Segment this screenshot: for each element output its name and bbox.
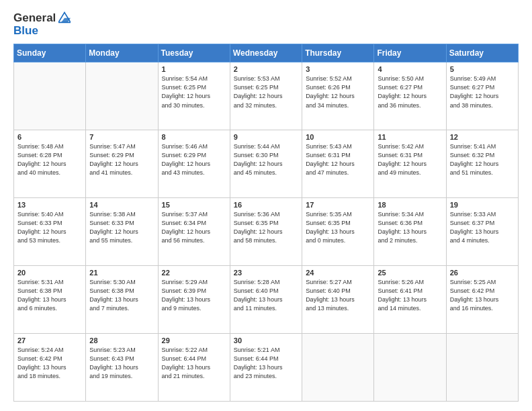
weekday-header-saturday: Saturday: [446, 44, 518, 62]
calendar-cell: 20Sunrise: 5:31 AM Sunset: 6:38 PM Dayli…: [14, 266, 86, 334]
week-row-5: 27Sunrise: 5:24 AM Sunset: 6:42 PM Dayli…: [14, 334, 519, 402]
day-info: Sunrise: 5:33 AM Sunset: 6:37 PM Dayligh…: [450, 210, 515, 245]
calendar-cell: 1Sunrise: 5:54 AM Sunset: 6:25 PM Daylig…: [158, 62, 230, 130]
day-number: 19: [450, 201, 515, 209]
week-row-2: 6Sunrise: 5:48 AM Sunset: 6:28 PM Daylig…: [14, 130, 519, 198]
logo-general-text: General: [13, 12, 56, 25]
day-number: 10: [306, 133, 370, 141]
calendar-cell: 4Sunrise: 5:50 AM Sunset: 6:27 PM Daylig…: [374, 62, 446, 130]
day-number: 13: [17, 201, 82, 209]
day-number: 21: [89, 269, 154, 277]
day-info: Sunrise: 5:30 AM Sunset: 6:38 PM Dayligh…: [89, 278, 154, 313]
calendar-cell: 23Sunrise: 5:28 AM Sunset: 6:40 PM Dayli…: [230, 266, 302, 334]
calendar-cell: 11Sunrise: 5:42 AM Sunset: 6:31 PM Dayli…: [374, 130, 446, 198]
day-info: Sunrise: 5:26 AM Sunset: 6:41 PM Dayligh…: [378, 278, 442, 313]
weekday-header-tuesday: Tuesday: [158, 44, 230, 62]
calendar-cell: 13Sunrise: 5:40 AM Sunset: 6:33 PM Dayli…: [14, 198, 86, 266]
day-info: Sunrise: 5:24 AM Sunset: 6:42 PM Dayligh…: [17, 346, 82, 381]
day-number: 25: [378, 269, 442, 277]
day-info: Sunrise: 5:38 AM Sunset: 6:33 PM Dayligh…: [89, 210, 154, 245]
calendar-cell: 10Sunrise: 5:43 AM Sunset: 6:31 PM Dayli…: [302, 130, 374, 198]
weekday-header-thursday: Thursday: [302, 44, 374, 62]
day-info: Sunrise: 5:23 AM Sunset: 6:43 PM Dayligh…: [89, 346, 154, 381]
calendar-cell: 16Sunrise: 5:36 AM Sunset: 6:35 PM Dayli…: [230, 198, 302, 266]
calendar-cell: 9Sunrise: 5:44 AM Sunset: 6:30 PM Daylig…: [230, 130, 302, 198]
weekday-header-sunday: Sunday: [14, 44, 86, 62]
calendar-cell: 29Sunrise: 5:22 AM Sunset: 6:44 PM Dayli…: [158, 334, 230, 402]
calendar-cell: 6Sunrise: 5:48 AM Sunset: 6:28 PM Daylig…: [14, 130, 86, 198]
calendar-cell: 3Sunrise: 5:52 AM Sunset: 6:26 PM Daylig…: [302, 62, 374, 130]
day-info: Sunrise: 5:47 AM Sunset: 6:29 PM Dayligh…: [89, 142, 154, 177]
weekday-header-friday: Friday: [374, 44, 446, 62]
calendar-cell: 8Sunrise: 5:46 AM Sunset: 6:29 PM Daylig…: [158, 130, 230, 198]
day-info: Sunrise: 5:49 AM Sunset: 6:27 PM Dayligh…: [450, 75, 515, 109]
calendar-cell: 26Sunrise: 5:25 AM Sunset: 6:42 PM Dayli…: [446, 266, 518, 334]
day-info: Sunrise: 5:22 AM Sunset: 6:44 PM Dayligh…: [162, 346, 226, 381]
day-info: Sunrise: 5:34 AM Sunset: 6:36 PM Dayligh…: [378, 210, 442, 245]
header: GeneralBlue: [13, 12, 519, 37]
day-info: Sunrise: 5:52 AM Sunset: 6:26 PM Dayligh…: [306, 75, 370, 109]
day-info: Sunrise: 5:27 AM Sunset: 6:40 PM Dayligh…: [306, 278, 370, 313]
calendar-cell: 27Sunrise: 5:24 AM Sunset: 6:42 PM Dayli…: [14, 334, 86, 402]
day-info: Sunrise: 5:35 AM Sunset: 6:35 PM Dayligh…: [306, 210, 370, 245]
logo: GeneralBlue: [13, 12, 71, 37]
calendar-cell: [374, 334, 446, 402]
day-info: Sunrise: 5:36 AM Sunset: 6:35 PM Dayligh…: [234, 210, 298, 245]
day-number: 3: [306, 65, 370, 73]
calendar-cell: 28Sunrise: 5:23 AM Sunset: 6:43 PM Dayli…: [86, 334, 158, 402]
day-number: 29: [162, 336, 226, 345]
calendar-cell: 17Sunrise: 5:35 AM Sunset: 6:35 PM Dayli…: [302, 198, 374, 266]
day-number: 9: [234, 133, 298, 141]
day-number: 18: [378, 201, 442, 209]
calendar-cell: [14, 62, 86, 130]
svg-marker-1: [61, 18, 71, 23]
calendar-table: SundayMondayTuesdayWednesdayThursdayFrid…: [13, 44, 519, 402]
calendar-cell: 25Sunrise: 5:26 AM Sunset: 6:41 PM Dayli…: [374, 266, 446, 334]
day-info: Sunrise: 5:37 AM Sunset: 6:34 PM Dayligh…: [162, 210, 226, 245]
week-row-4: 20Sunrise: 5:31 AM Sunset: 6:38 PM Dayli…: [14, 266, 519, 334]
day-info: Sunrise: 5:48 AM Sunset: 6:28 PM Dayligh…: [17, 142, 82, 177]
day-number: 6: [17, 133, 82, 141]
day-number: 14: [89, 201, 154, 209]
week-row-1: 1Sunrise: 5:54 AM Sunset: 6:25 PM Daylig…: [14, 62, 519, 130]
day-info: Sunrise: 5:21 AM Sunset: 6:44 PM Dayligh…: [234, 346, 298, 381]
calendar-cell: 30Sunrise: 5:21 AM Sunset: 6:44 PM Dayli…: [230, 334, 302, 402]
day-info: Sunrise: 5:28 AM Sunset: 6:40 PM Dayligh…: [234, 278, 298, 313]
week-row-3: 13Sunrise: 5:40 AM Sunset: 6:33 PM Dayli…: [14, 198, 519, 266]
page: GeneralBlue SundayMondayTuesdayWednesday…: [0, 0, 532, 411]
day-number: 24: [306, 269, 370, 277]
day-number: 8: [162, 133, 226, 141]
calendar-cell: [302, 334, 374, 402]
calendar-cell: 21Sunrise: 5:30 AM Sunset: 6:38 PM Dayli…: [86, 266, 158, 334]
logo-bird-icon: [58, 11, 71, 24]
day-number: 12: [450, 133, 515, 141]
day-number: 20: [17, 269, 82, 277]
weekday-header-monday: Monday: [86, 44, 158, 62]
day-info: Sunrise: 5:53 AM Sunset: 6:25 PM Dayligh…: [234, 75, 298, 109]
calendar-cell: 2Sunrise: 5:53 AM Sunset: 6:25 PM Daylig…: [230, 62, 302, 130]
day-number: 26: [450, 269, 515, 277]
day-number: 2: [234, 65, 298, 73]
calendar-cell: [446, 334, 518, 402]
calendar-cell: 24Sunrise: 5:27 AM Sunset: 6:40 PM Dayli…: [302, 266, 374, 334]
day-info: Sunrise: 5:50 AM Sunset: 6:27 PM Dayligh…: [378, 75, 442, 109]
day-info: Sunrise: 5:29 AM Sunset: 6:39 PM Dayligh…: [162, 278, 226, 313]
calendar-cell: 7Sunrise: 5:47 AM Sunset: 6:29 PM Daylig…: [86, 130, 158, 198]
day-info: Sunrise: 5:40 AM Sunset: 6:33 PM Dayligh…: [17, 210, 82, 245]
day-number: 11: [378, 133, 442, 141]
day-number: 16: [234, 201, 298, 209]
day-info: Sunrise: 5:46 AM Sunset: 6:29 PM Dayligh…: [162, 142, 226, 177]
day-number: 1: [162, 65, 226, 73]
day-number: 30: [234, 336, 298, 345]
calendar-cell: 22Sunrise: 5:29 AM Sunset: 6:39 PM Dayli…: [158, 266, 230, 334]
calendar-cell: 12Sunrise: 5:41 AM Sunset: 6:32 PM Dayli…: [446, 130, 518, 198]
day-info: Sunrise: 5:54 AM Sunset: 6:25 PM Dayligh…: [162, 75, 226, 109]
day-info: Sunrise: 5:44 AM Sunset: 6:30 PM Dayligh…: [234, 142, 298, 177]
calendar-cell: 18Sunrise: 5:34 AM Sunset: 6:36 PM Dayli…: [374, 198, 446, 266]
day-info: Sunrise: 5:25 AM Sunset: 6:42 PM Dayligh…: [450, 278, 515, 313]
calendar-cell: [86, 62, 158, 130]
calendar-cell: 19Sunrise: 5:33 AM Sunset: 6:37 PM Dayli…: [446, 198, 518, 266]
weekday-header-row: SundayMondayTuesdayWednesdayThursdayFrid…: [14, 44, 519, 62]
day-info: Sunrise: 5:31 AM Sunset: 6:38 PM Dayligh…: [17, 278, 82, 313]
day-info: Sunrise: 5:42 AM Sunset: 6:31 PM Dayligh…: [378, 142, 442, 177]
